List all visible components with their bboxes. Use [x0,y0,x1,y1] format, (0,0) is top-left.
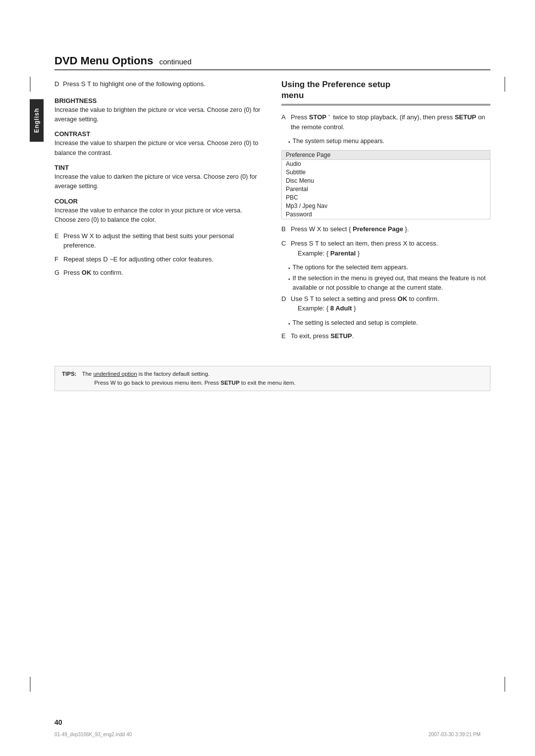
step-f-text: Repeat steps D ~E for adjusting other co… [63,254,214,264]
page-title: DVD Menu Options continued [54,54,490,70]
step-e-text: Press W X to adjust the setting that bes… [63,231,264,251]
step-d-text: Press S T to highlight one of the follow… [63,80,206,88]
adult-bold: 8 Adult [330,304,352,312]
left-column: D Press S T to highlight one of the foll… [54,79,264,346]
tint-body: Increase the value to darken the picture… [54,172,264,192]
step-a-letter: A [281,112,288,122]
step-g-text-pre: Press OK to confirm. [63,268,123,278]
step-d-right: D Use S T to select a setting and press … [281,294,490,313]
tint-section: TINT Increase the value to darken the pi… [54,164,264,192]
step-c-sub1: ▪ The options for the selected item appe… [288,263,490,272]
step-d-example: Example: { 8 Adult } [298,304,356,312]
step-c-sub2-text: If the selection in the menu is greyed o… [293,274,490,293]
step-d-sub-text: The setting is selected and setup is com… [293,318,418,328]
bottom-line-right [504,677,505,692]
step-e-letter: E [54,231,61,251]
contrast-section: CONTRAST Increase the value to sharpen t… [54,130,264,158]
step-d-right-letter: D [281,294,288,304]
footer-left: 01-49_dvp3166K_93_eng2.indd 40 [54,732,132,737]
brightness-section: BRIGHTNESS Increase the value to brighte… [54,97,264,125]
color-title: COLOR [54,198,264,205]
setup-menu-box: Preference Page Audio Subtitle Disc Menu… [281,150,490,219]
menu-item-subtitle: Subtitle [282,168,490,177]
step-b-content: Press W X to select { Preference Page }. [291,224,490,234]
menu-item-audio: Audio [282,160,490,168]
step-e-left: E Press W X to adjust the setting that b… [54,231,264,251]
step-g-letter: G [54,268,61,278]
step-c-letter: C [281,239,288,249]
right-heading-line2: menu [281,91,304,100]
step-b-right: B Press W X to select { Preference Page … [281,224,490,234]
menu-item-parental: Parental [282,185,490,194]
step-a-right: A Press STOP ’ twice to stop playback, (… [281,112,490,132]
right-heading-line1: Using the Preference setup [281,80,390,89]
setup-bold-tips: SETUP [220,380,239,386]
menu-header: Preference Page [282,151,490,160]
footer-right: 2007-03-30 3:39:21 PM [428,732,481,737]
parental-bold: Parental [330,250,356,257]
step-d-right-content: Use S T to select a setting and press OK… [291,294,490,313]
brightness-title: BRIGHTNESS [54,97,264,104]
title-continued: continued [159,57,191,66]
step-a-content: Press STOP ’ twice to stop playback, (if… [291,112,490,132]
right-heading: Using the Preference setup menu [281,79,490,105]
preference-page-bold: Preference Page [353,225,403,233]
step-c-right: C Press S T to select an item, then pres… [281,239,490,258]
menu-item-mp3: Mp3 / Jpeg Nav [282,202,490,210]
setup-bold-a: SETUP [455,113,476,121]
two-col-layout: D Press S T to highlight one of the foll… [54,79,490,346]
step-d-intro: D Press S T to highlight one of the foll… [54,79,264,89]
step-e-right-content: To exit, press SETUP. [291,331,490,341]
tips-label: TIPS: [62,371,76,377]
step-e-right-letter: E [281,331,288,341]
step-c-content: Press S T to select an item, then press … [291,239,490,258]
top-line-left [30,77,31,92]
english-tab: English [30,99,44,142]
stop-bold: STOP [309,113,326,121]
step-f-left: F Repeat steps D ~E for adjusting other … [54,254,264,264]
bottom-line-left [30,677,31,692]
step-d-letter: D [54,80,59,88]
step-f-letter: F [54,254,61,264]
title-text: DVD Menu Options [54,54,153,67]
contrast-body: Increase the value to sharpen the pictur… [54,139,264,158]
tint-title: TINT [54,164,264,171]
menu-item-password: Password [282,210,490,219]
tips-line1: The underlined option is the factory def… [82,371,210,377]
step-a-sub-text: The system setup menu appears. [293,137,385,146]
bullet-dot-c2: ▪ [288,275,290,293]
ok-bold-d: OK [398,295,408,302]
step-c-sub2: ▪ If the selection in the menu is greyed… [288,274,490,293]
step-g-left: G Press OK to confirm. [54,268,264,278]
step-e-right: E To exit, press SETUP. [281,331,490,341]
tips-line2: Press W to go back to previous menu item… [94,380,296,386]
step-a-sub: ▪ The system setup menu appears. [288,137,490,146]
brightness-body: Increase the value to brighten the pictu… [54,105,264,125]
bullet-dot-c1: ▪ [288,264,290,272]
tips-box: TIPS: The underlined option is the facto… [54,366,490,391]
page-number: 40 [54,718,62,726]
step-d-sub: ▪ The setting is selected and setup is c… [288,318,490,328]
menu-item-pbc: PBC [282,194,490,202]
bullet-dot-d: ▪ [288,320,290,328]
step-c-sub1-text: The options for the selected item appear… [293,263,408,272]
color-section: COLOR Increase the value to enhance the … [54,198,264,225]
top-line-right [504,77,505,92]
step-b-letter: B [281,224,288,234]
right-column: Using the Preference setup menu A Press … [281,79,490,346]
contrast-title: CONTRAST [54,130,264,138]
tips-underline: underlined option [93,371,137,377]
page-container: English DVD Menu Options continued D Pre… [0,0,535,756]
setup-bold-e: SETUP [330,332,352,340]
main-content: DVD Menu Options continued D Press S T t… [54,30,490,346]
step-c-example: Example: { Parental } [298,250,360,257]
footer-info: 01-49_dvp3166K_93_eng2.indd 40 2007-03-3… [54,732,481,737]
bullet-dot-a: ▪ [288,138,290,146]
color-body: Increase the value to enhance the color … [54,206,264,225]
menu-item-disc-menu: Disc Menu [282,177,490,185]
